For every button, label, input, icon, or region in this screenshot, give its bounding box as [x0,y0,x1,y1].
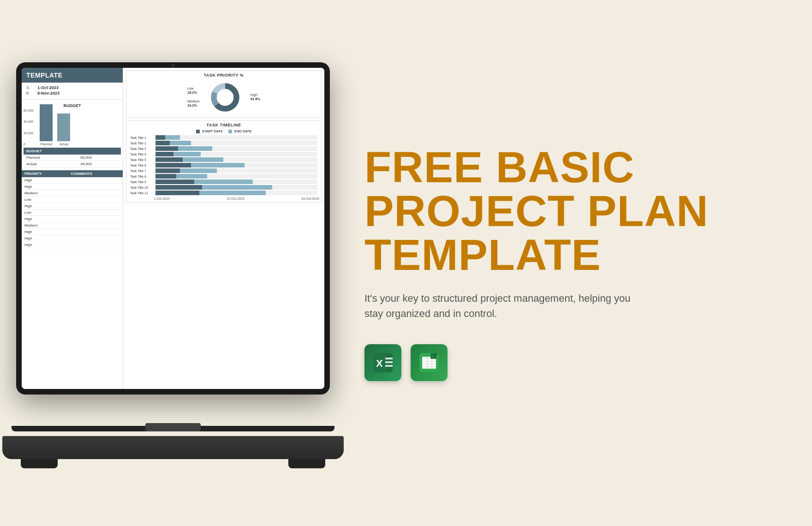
task-timeline-title: TASK TIMELINE [128,123,319,127]
donut-chart [209,81,241,114]
priority-table: PRIORITY COMMENTS High High Medium Low H… [22,170,123,248]
gantt-row: Task Title 1 [130,135,317,140]
gantt-bar-start [155,191,199,195]
screen-right-panel: TASK PRIORITY % Low 18.2% Medium [123,68,324,389]
gantt-row: Task Title 8 [130,174,317,179]
planned-bar-group: Planned [40,104,53,146]
task-priority-title: TASK PRIORITY % [128,73,319,78]
budget-section: BUDGET 60,000 40,000 20,000 0 [22,100,123,169]
laptop-outer: TEMPLATE S: 1-Oct-2023 E: 8-Nov-2023 [16,62,330,394]
gantt-task-label: Task Title 11 [130,191,155,195]
excel-icon[interactable]: X [364,344,401,381]
budget-row-1-value: 60,000 [78,155,121,161]
excel-svg: X [372,352,394,373]
gantt-row: Task Title 3 [130,146,317,151]
gantt-row: Task Title 4 [130,152,317,156]
right-section: FREE BASIC PROJECT PLAN TEMPLATE It's yo… [346,0,812,526]
gantt-bar-start [155,141,170,145]
gantt-row: Task Title 5 [130,157,317,162]
legend-medium: Medium 18.2% [187,99,200,108]
gantt-bar-start [155,146,178,151]
gantt-task-label: Task Title 4 [130,153,155,156]
donut-legend-right: High 63.8% [251,93,260,102]
gantt-row: Task Title 10 [130,185,317,190]
end-date-legend-dot [228,130,232,133]
gantt-task-label: Task Title 5 [130,158,155,161]
gantt-row: Task Title 7 [130,168,317,173]
title-line1: FREE BASIC [364,145,775,189]
budget-title: BUDGET [24,102,121,109]
budget-col-header: BUDGET [24,148,78,155]
gantt-container: Task Title 1Task Title 2Task Title 3Task… [128,135,319,195]
svg-rect-9 [385,365,393,367]
gantt-row: Task Title 2 [130,141,317,145]
title-line2: PROJECT PLAN [364,189,775,233]
gantt-task-label: Task Title 1 [130,136,155,139]
task-timeline-section: TASK TIMELINE START DATE END DATE [126,120,322,203]
main-title: FREE BASIC PROJECT PLAN TEMPLATE [364,145,775,277]
svg-rect-8 [385,361,393,363]
gantt-track [155,191,317,195]
legend-low: Low 18.2% [187,86,200,95]
actual-label: Actual [60,143,68,146]
gantt-track [155,163,317,167]
start-date-legend-label: START DATE [202,129,223,133]
gantt-bar-start [155,168,180,173]
laptop-foot-left [21,459,58,468]
sheets-svg [418,352,440,373]
gantt-bar-start [155,135,165,140]
gantt-track [155,179,317,184]
gantt-track [155,141,317,145]
template-header: TEMPLATE [22,68,123,83]
gantt-row: Task Title 11 [130,191,317,195]
laptop-screen: TEMPLATE S: 1-Oct-2023 E: 8-Nov-2023 [22,68,324,389]
gantt-bar-start [155,152,173,156]
budget-chart: 60,000 40,000 20,000 0 Planned [24,109,121,146]
svg-point-3 [217,89,233,106]
actual-bar [57,114,70,141]
priority-col-header: PRIORITY [22,170,68,177]
budget-row-2-value: 45,000 [78,161,121,167]
gantt-task-label: Task Title 6 [130,164,155,167]
laptop-wrapper: TEMPLATE S: 1-Oct-2023 E: 8-Nov-2023 [7,62,339,478]
budget-table: BUDGET Planned 60,000 Actual 45,000 [24,148,121,167]
gantt-bar-start [155,185,202,190]
gantt-row: Task Title 9 [130,179,317,184]
svg-rect-7 [385,358,393,359]
start-date-legend-dot [196,130,200,133]
title-line3: TEMPLATE [364,233,775,277]
gantt-track [155,157,317,162]
svg-text:X: X [376,358,383,369]
legend-high: High 63.8% [251,93,260,101]
end-label: E: [26,91,36,96]
sheets-icon[interactable] [411,344,448,381]
end-date-legend-label: END DATE [234,129,251,133]
right-content: TASK PRIORITY % Low 18.2% Medium [123,68,324,389]
laptop-foot-right [288,459,325,468]
gantt-row: Task Title 6 [130,163,317,167]
gantt-task-label: Task Title 10 [130,186,155,189]
start-label: S: [26,85,36,90]
laptop-section: TEMPLATE S: 1-Oct-2023 E: 8-Nov-2023 [0,0,346,526]
start-date: 1-Oct-2023 [37,85,59,90]
gantt-task-label: Task Title 7 [130,169,155,173]
bar-chart: Planned Actual [35,109,75,146]
subtitle: It's your key to structured project mana… [364,291,632,321]
timeline-legend: START DATE END DATE [128,129,319,133]
gantt-track [155,135,317,140]
camera-notch [172,64,174,67]
planned-label: Planned [41,143,53,146]
donut-area: Low 18.2% Medium 18.2% [128,79,319,115]
gantt-task-label: Task Title 9 [130,180,155,184]
gantt-bar-start [155,179,194,184]
y-axis: 60,000 40,000 20,000 0 [24,109,35,146]
gantt-bar-start [155,163,191,167]
gantt-track [155,185,317,190]
app-icons-row: X [364,344,775,381]
gantt-track [155,168,317,173]
gantt-track [155,174,317,179]
gantt-task-label: Task Title 2 [130,142,155,145]
gantt-track [155,152,317,156]
project-dates: S: 1-Oct-2023 E: 8-Nov-2023 [22,83,123,100]
budget-row-2-label: Actual [24,161,78,167]
